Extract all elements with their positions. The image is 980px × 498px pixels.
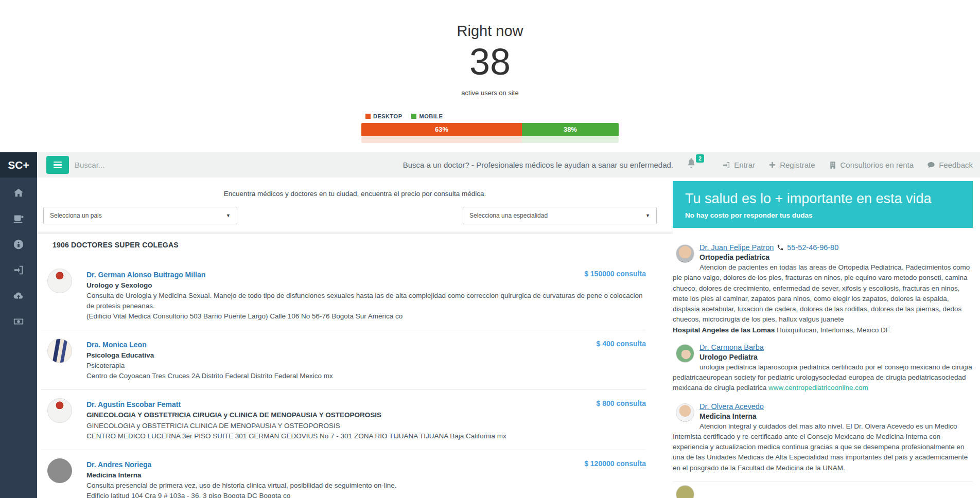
doctor-name-link[interactable]: Dr. Carmona Barba — [699, 343, 764, 351]
doctor-address: (Edificio Vital Medica Consultorio 503 B… — [86, 311, 645, 322]
doctor-description: Atencion integral y cuidados del mas alt… — [673, 421, 973, 473]
doctor-specialty: Medicina Interna — [86, 470, 646, 481]
doctor-specialty: Medicina Interna — [699, 412, 973, 420]
legend-mobile-label: MOBILE — [419, 113, 443, 119]
consultation-price: $ 800 consulta — [597, 399, 646, 407]
legend-mobile: MOBILE — [411, 113, 443, 119]
login-label: Entrar — [734, 161, 755, 169]
doctor-name-link[interactable]: Dr. Olvera Acevedo — [699, 402, 764, 411]
doctor-list: Dr. German Alonso Buitrago Millan Urolog… — [41, 249, 646, 498]
info-icon[interactable] — [13, 239, 24, 250]
bell-icon — [686, 157, 697, 169]
specialty-select-value: Selecciona una especialidad — [469, 212, 548, 219]
feedback-label: Feedback — [939, 161, 973, 169]
featured-doctor-card-partial — [673, 482, 973, 489]
doctor-row: Dra. Monica Leon Psicologa Educativa Psi… — [41, 330, 646, 390]
doctor-description: Consulta de Urologia y Medicina Sexual. … — [86, 291, 645, 311]
consultation-price: $ 150000 consulta — [584, 270, 646, 278]
doctor-specialty: Urologo y Sexologo — [86, 280, 646, 291]
legend-desktop-label: DESKTOP — [373, 113, 402, 119]
doctor-website-link[interactable]: www.centropediatricoonline.com — [768, 384, 868, 392]
chevron-down-icon: ▼ — [645, 213, 650, 218]
hamburger-icon — [54, 162, 62, 163]
desktop-swatch — [365, 114, 371, 119]
offices-label: Consultorios en renta — [841, 161, 914, 169]
doctor-phone: 55-52-46-96-80 — [787, 243, 838, 252]
device-split-bar: 63% 38% — [361, 123, 619, 136]
header-nav: Entrar Registrate Consultorios en renta … — [722, 152, 973, 177]
doctor-name-row: Dr. Olvera Acevedo — [699, 402, 973, 411]
doctor-address: Edificio latitud 104 Cra 9 # 103a - 36. … — [86, 491, 645, 498]
doctor-row: Dr. Andres Noriega Medicina Interna Cons… — [41, 450, 646, 498]
consultation-price: $ 400 consulta — [597, 340, 646, 348]
featured-doctors-panel: Tu salud es lo + importante en esta vida… — [673, 181, 973, 498]
hospital-location: Huixquilucan, Interlomas, Mexico DF — [775, 326, 890, 334]
feedback-button[interactable]: Feedback — [927, 161, 973, 169]
doctor-name-link[interactable]: Dra. Monica Leon — [86, 340, 646, 350]
doctor-specialty: GINECOLOGIA Y OBSTETRICIA CIRUGIA y CLIN… — [86, 410, 646, 420]
phone-icon — [777, 244, 784, 251]
chevron-down-icon: ▼ — [226, 213, 231, 218]
specialty-select[interactable]: Selecciona una especialidad ▼ — [463, 207, 657, 224]
mobile-swatch — [411, 114, 416, 119]
sign-in-icon[interactable] — [13, 264, 24, 276]
chart-legend: DESKTOP MOBILE — [361, 113, 619, 119]
featured-doctor-card: Dr. Carmona Barba Urologo Pediatra urolo… — [673, 343, 973, 394]
doctor-specialty: Psicologa Educativa — [86, 350, 646, 361]
bar-desktop: 63% — [361, 123, 522, 136]
money-icon[interactable] — [13, 316, 24, 327]
legend-desktop: DESKTOP — [365, 113, 402, 119]
doctor-description: GINECOLOGIA y OBSTETRICIA CLINICA DE MEN… — [86, 421, 645, 431]
coffee-icon[interactable] — [13, 213, 24, 224]
avatar — [676, 244, 694, 263]
bar-reflection — [361, 137, 619, 143]
doctor-name-link[interactable]: Dr. Juan Felipe Patron — [699, 243, 774, 252]
doctor-name-link[interactable]: Dr. Agustin Escobar Fematt — [86, 399, 646, 410]
widget-subtitle: active users on site — [361, 89, 619, 97]
featured-doctor-card: Dr. Juan Felipe Patron 55-52-46-96-80 Or… — [673, 243, 973, 335]
filters-row: Selecciona un pais ▼ Selecciona una espe… — [37, 207, 673, 224]
doctor-name-link[interactable]: Dr. Andres Noriega — [86, 459, 646, 470]
cloud-upload-icon[interactable] — [13, 290, 24, 301]
country-select[interactable]: Selecciona un pais ▼ — [43, 207, 237, 224]
doctor-address: Centro de Coyoacan Tres Cruces 2A Distri… — [86, 371, 645, 381]
offices-for-rent-button[interactable]: Consultorios en renta — [829, 161, 914, 169]
doctor-description: Consulta presencial de primera vez, uso … — [86, 481, 645, 491]
register-button[interactable]: Registrate — [768, 161, 815, 169]
home-icon[interactable] — [13, 187, 24, 199]
avatar — [47, 458, 72, 483]
plus-icon — [768, 161, 776, 169]
notification-badge: 2 — [696, 154, 704, 163]
left-sidebar — [0, 177, 37, 498]
doctor-name-row: Dr. Carmona Barba — [699, 343, 973, 351]
doctor-search-section: Encuentra médicos y doctores en tu ciuda… — [37, 177, 673, 498]
search-input[interactable] — [75, 152, 270, 177]
doctor-specialty: Ortopedia pediatrica — [699, 253, 973, 261]
health-banner: Tu salud es lo + importante en esta vida… — [673, 181, 973, 228]
doctor-description: Atencion de pacientes en todas las areas… — [673, 262, 973, 325]
active-users-widget: Right now 38 active users on site DESKTO… — [361, 23, 619, 143]
bar-reflection-desktop — [361, 137, 522, 143]
doctor-name-link[interactable]: Dr. German Alonso Buitrago Millan — [86, 270, 646, 280]
header-message: Busca a un doctor? - Profesionales médic… — [403, 152, 673, 177]
app-logo[interactable]: SC+ — [0, 152, 37, 177]
widget-title: Right now — [361, 23, 619, 40]
top-header: SC+ Busca a un doctor? - Profesionales m… — [0, 152, 980, 177]
country-select-value: Selecciona un pais — [50, 212, 102, 219]
register-label: Registrate — [780, 161, 815, 169]
section-divider — [37, 232, 673, 234]
login-button[interactable]: Entrar — [722, 161, 755, 169]
bar-mobile: 38% — [522, 123, 619, 136]
avatar — [676, 485, 694, 498]
doctor-description: urologia pediatrica laparoscopia pediatr… — [673, 362, 973, 394]
banner-subtitle: No hay costo por responder tus dudas — [685, 211, 960, 219]
avatar — [47, 339, 72, 363]
sign-in-icon — [722, 161, 730, 169]
building-icon — [829, 161, 837, 169]
notifications-button[interactable]: 2 — [686, 157, 701, 173]
menu-toggle-button[interactable] — [46, 156, 69, 174]
avatar — [676, 344, 694, 363]
doctor-row: Dr. German Alonso Buitrago Millan Urolog… — [41, 249, 646, 330]
intro-text: Encuentra médicos y doctores en tu ciuda… — [37, 190, 673, 198]
hospital-name: Hospital Angeles de las Lomas — [673, 326, 775, 334]
